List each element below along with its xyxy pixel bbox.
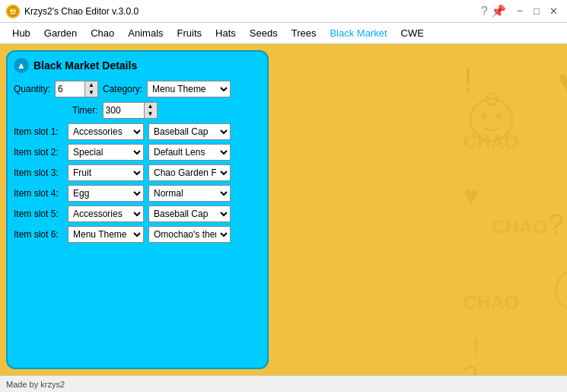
quantity-input[interactable] [55, 81, 85, 97]
menu-item-animals[interactable]: Animals [122, 26, 169, 40]
slot-row-3: Item slot 3:AccessoriesSpecialFruitEggMe… [14, 164, 261, 181]
slot-item-select-2[interactable]: Default LensCustom Lens [148, 144, 231, 161]
timer-up[interactable]: ▲ [145, 103, 157, 110]
svg-point-2 [14, 9, 16, 11]
slot-category-select-5[interactable]: AccessoriesSpecialFruitEggMenu Theme [68, 206, 144, 222]
slot-row-6: Item slot 6:AccessoriesSpecialFruitEggMe… [14, 226, 261, 243]
slot-item-select-6[interactable]: Menu ThemeOmochao's them [148, 226, 231, 243]
slots-container: Item slot 1:AccessoriesSpecialFruitEggMe… [14, 123, 261, 243]
svg-point-1 [11, 9, 13, 11]
slot-row-1: Item slot 1:AccessoriesSpecialFruitEggMe… [14, 123, 261, 140]
slot-label-3: Item slot 3: [14, 167, 63, 178]
title-bar: Krzys2's Chao Editor v.3.0.0 ? 📌 − □ ✕ [0, 0, 567, 23]
slot-item-select-4[interactable]: NormalShinyMetal [148, 185, 231, 202]
slot-category-select-1[interactable]: AccessoriesSpecialFruitEggMenu Theme [68, 123, 144, 140]
menu-item-hub[interactable]: Hub [6, 26, 37, 40]
slot-label-6: Item slot 6: [14, 229, 63, 240]
main-content: ! ♥ ? CHAO CHAO CHAO CHAO [0, 44, 567, 375]
panel-toggle[interactable]: ▲ [14, 58, 29, 73]
timer-spin-buttons: ▲ ▼ [145, 102, 158, 119]
menu-item-fruits[interactable]: Fruits [171, 26, 209, 40]
quantity-spinner: ▲ ▼ [55, 81, 98, 97]
pin-icon[interactable]: 📌 [491, 4, 506, 18]
panel-title: Black Market Details [33, 59, 137, 72]
svg-point-0 [8, 7, 18, 16]
slot-row-4: Item slot 4:AccessoriesSpecialFruitEggMe… [14, 185, 261, 202]
slot-item-select-5[interactable]: Baseball CapStraw HatPumpkin Head [148, 206, 231, 222]
slot-category-select-3[interactable]: AccessoriesSpecialFruitEggMenu Theme [68, 164, 144, 181]
category-label: Category: [103, 84, 142, 94]
quantity-category-row: Quantity: ▲ ▼ Category: Menu Theme Acces… [14, 81, 261, 97]
slot-item-select-3[interactable]: Chao Garden FruRegular Fruit [148, 164, 231, 181]
menu-item-cwe[interactable]: CWE [395, 26, 430, 40]
svg-text:?: ? [463, 360, 478, 375]
slot-label-2: Item slot 2: [14, 147, 63, 158]
menu-item-chao[interactable]: Chao [84, 26, 120, 40]
svg-text:♥: ♥ [558, 64, 567, 97]
menu-item-hats[interactable]: Hats [209, 26, 242, 40]
svg-text:CHAO: CHAO [463, 132, 519, 152]
svg-text:!: ! [463, 60, 473, 98]
close-button[interactable]: ✕ [546, 4, 561, 19]
status-bar: Made by krzys2 [0, 375, 567, 392]
svg-point-7 [481, 113, 486, 119]
menu-item-garden[interactable]: Garden [38, 26, 83, 40]
svg-text:CHAO: CHAO [492, 217, 547, 237]
menu-item-black-market[interactable]: Black Market [323, 26, 393, 40]
svg-text:♥: ♥ [463, 180, 479, 210]
svg-text:CHAO: CHAO [463, 292, 519, 313]
menu-item-trees[interactable]: Trees [285, 26, 323, 40]
help-icon[interactable]: ? [481, 5, 488, 18]
slot-category-select-6[interactable]: AccessoriesSpecialFruitEggMenu Theme [68, 226, 144, 243]
status-text: Made by krzys2 [6, 380, 65, 389]
slot-category-select-4[interactable]: AccessoriesSpecialFruitEggMenu Theme [68, 185, 144, 202]
svg-text:?: ? [549, 208, 565, 240]
svg-text:!: ! [473, 332, 480, 362]
quantity-label: Quantity: [14, 84, 50, 94]
menu-item-seeds[interactable]: Seeds [244, 26, 284, 40]
slot-item-select-1[interactable]: Baseball CapStraw HatPumpkin Head [148, 123, 231, 140]
slot-label-5: Item slot 5: [14, 209, 63, 219]
timer-label: Timer: [72, 105, 98, 116]
timer-row: Timer: ▲ ▼ [14, 102, 261, 119]
svg-point-8 [496, 113, 502, 119]
quantity-down[interactable]: ▼ [85, 89, 97, 97]
black-market-panel: ▲ Black Market Details Quantity: ▲ ▼ Cat… [6, 50, 269, 369]
menu-bar: HubGardenChaoAnimalsFruitsHatsSeedsTrees… [0, 23, 567, 44]
title-icons: ? 📌 [481, 4, 506, 18]
slot-category-select-2[interactable]: AccessoriesSpecialFruitEggMenu Theme [68, 144, 144, 161]
minimize-button[interactable]: − [512, 4, 527, 19]
panel-header: ▲ Black Market Details [14, 58, 261, 73]
slot-row-5: Item slot 5:AccessoriesSpecialFruitEggMe… [14, 206, 261, 222]
slot-label-4: Item slot 4: [14, 188, 63, 199]
maximize-button[interactable]: □ [529, 4, 544, 19]
quantity-up[interactable]: ▲ [85, 81, 97, 89]
app-title: Krzys2's Chao Editor v.3.0.0 [24, 6, 481, 17]
app-icon [6, 5, 20, 18]
window-controls: − □ ✕ [512, 4, 561, 19]
quantity-spin-buttons: ▲ ▼ [85, 81, 98, 97]
timer-down[interactable]: ▼ [145, 110, 157, 118]
category-select[interactable]: Menu Theme Accessories Special Fruit Egg [147, 81, 231, 97]
timer-input[interactable] [103, 102, 145, 119]
slot-label-1: Item slot 1: [14, 126, 63, 137]
timer-spinner: ▲ ▼ [103, 102, 158, 119]
slot-row-2: Item slot 2:AccessoriesSpecialFruitEggMe… [14, 144, 261, 161]
svg-point-26 [556, 269, 567, 311]
